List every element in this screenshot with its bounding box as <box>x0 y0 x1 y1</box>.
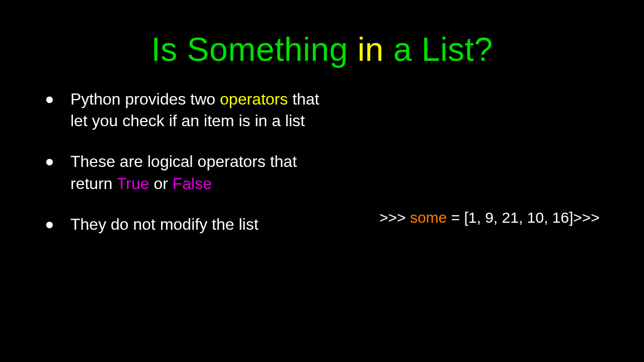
title-part-in: in <box>357 31 383 68</box>
bullet-2-true: True <box>117 174 149 193</box>
bullet-text: Python provides two operators that let y… <box>70 88 332 132</box>
bullet-text: They do not modify the list <box>70 214 332 235</box>
code-prompt-2: >>> <box>573 209 600 226</box>
bullet-text: These are logical operators that return … <box>70 151 332 194</box>
bullet-3-text: They do not modify the list <box>70 215 259 233</box>
bullet-item: • These are logical operators that retur… <box>45 151 332 194</box>
title-part-1: Is Something <box>151 31 357 68</box>
bullet-dot-icon: • <box>45 151 70 172</box>
bullet-2-or: or <box>149 174 173 193</box>
title-part-3: a List? <box>384 31 493 68</box>
bullet-1-text-a: Python provides two <box>70 90 220 108</box>
code-list: [1, 9, 21, 10, 16] <box>464 209 573 226</box>
code-prompt: >>> <box>379 209 410 226</box>
bullet-item: • Python provides two operators that let… <box>45 88 332 132</box>
slide: Is Something in a List? • Python provide… <box>0 0 644 362</box>
code-eq: = <box>447 209 464 226</box>
bullet-2-false: False <box>173 174 212 193</box>
code-sample: >>> some = [1, 9, 21, 10, 16]>>> <box>379 209 600 226</box>
slide-body: • Python provides two operators that let… <box>0 68 644 254</box>
bullet-item: • They do not modify the list <box>45 214 332 235</box>
bullet-dot-icon: • <box>45 214 70 235</box>
bullet-dot-icon: • <box>45 88 70 110</box>
bullet-1-operators: operators <box>220 90 288 108</box>
bullet-list: • Python provides two operators that let… <box>0 88 332 254</box>
slide-title: Is Something in a List? <box>0 0 644 68</box>
code-var-some: some <box>410 209 447 226</box>
